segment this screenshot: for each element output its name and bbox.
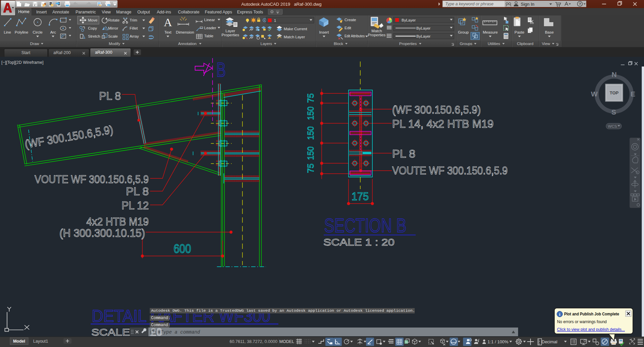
- svg-text:150: 150: [306, 106, 316, 120]
- svg-text:ByLayer: ByLayer: [402, 18, 416, 22]
- svg-text:i: i: [559, 312, 560, 317]
- svg-text:ByLayer: ByLayer: [416, 34, 430, 38]
- svg-text:SCALE 1 : 20: SCALE 1 : 20: [323, 236, 395, 248]
- svg-text:Properties: Properties: [222, 33, 239, 37]
- svg-text:150: 150: [306, 146, 316, 160]
- svg-text:Properties: Properties: [399, 42, 417, 46]
- svg-text:Edit Attributes: Edit Attributes: [344, 34, 365, 38]
- svg-text:(WF 300.150.6,5.9): (WF 300.150.6,5.9): [24, 123, 114, 150]
- svg-text:SECTION B: SECTION B: [324, 214, 406, 236]
- svg-text:Block: Block: [334, 42, 343, 46]
- svg-text:[−][Top][2D Wireframe]: [−][Top][2D Wireframe]: [1, 60, 43, 65]
- svg-text:600: 600: [174, 242, 191, 256]
- svg-text:Match Layer: Match Layer: [284, 35, 305, 39]
- svg-text:Decimal: Decimal: [542, 339, 557, 344]
- svg-text:Stretch: Stretch: [88, 34, 100, 38]
- svg-text:Match: Match: [371, 29, 382, 33]
- svg-text:PL 12: PL 12: [122, 199, 149, 212]
- svg-text:Layers: Layers: [261, 42, 272, 46]
- svg-text:175: 175: [352, 190, 369, 203]
- svg-text:Properties: Properties: [368, 33, 386, 37]
- svg-text:Polyline: Polyline: [15, 30, 28, 34]
- svg-text:Fillet: Fillet: [130, 26, 138, 30]
- svg-text:(H 300.300.10.15): (H 300.300.10.15): [59, 226, 145, 239]
- svg-text:Type a keyword or phrase: Type a keyword or phrase: [445, 2, 494, 6]
- svg-text:ByLayer: ByLayer: [416, 26, 430, 30]
- svg-text:Linear: Linear: [204, 18, 215, 22]
- svg-text:75: 75: [306, 93, 316, 103]
- svg-text:Arc: Arc: [50, 30, 56, 34]
- svg-text:PL 8: PL 8: [392, 147, 415, 160]
- svg-text:PL 14, 4x2 HTB M19: PL 14, 4x2 HTB M19: [392, 117, 494, 130]
- svg-text:A: A: [164, 16, 172, 29]
- svg-text:Table: Table: [204, 34, 214, 38]
- svg-text:PL 8: PL 8: [126, 185, 149, 198]
- svg-text:Sign In: Sign In: [521, 2, 534, 7]
- svg-text:Model: Model: [13, 339, 25, 344]
- svg-text:Insert: Insert: [319, 30, 329, 34]
- svg-text:1:1 / 100%: 1:1 / 100%: [488, 339, 509, 344]
- svg-text:E: E: [631, 90, 635, 98]
- svg-text:Groups: Groups: [460, 42, 472, 46]
- svg-text:Group: Group: [458, 30, 469, 34]
- svg-text:Rotate: Rotate: [108, 18, 120, 22]
- svg-text:Autodesk AutoCAD 2019 aRaf-3: Autodesk AutoCAD 2019 aRaf-300.dwg: [241, 2, 322, 7]
- svg-text:Type a command: Type a command: [160, 330, 200, 335]
- svg-text:VOUTE WF 300.150.6,5.9: VOUTE WF 300.150.6,5.9: [35, 173, 149, 185]
- svg-text:(WF 300.150.6,5.9): (WF 300.150.6,5.9): [392, 103, 481, 116]
- svg-text:Plot and Publish Job Complete: Plot and Publish Job Complete: [564, 312, 619, 316]
- svg-text:150: 150: [306, 126, 316, 140]
- svg-text:Text: Text: [164, 30, 172, 34]
- svg-text:75: 75: [306, 164, 316, 173]
- svg-text:B: B: [216, 58, 226, 81]
- svg-text:W: W: [591, 90, 598, 98]
- svg-text:No errors or warnings found: No errors or warnings found: [557, 319, 607, 324]
- svg-text:Circle: Circle: [33, 30, 42, 34]
- svg-text:S: S: [611, 108, 616, 116]
- svg-text:Dimension: Dimension: [176, 30, 194, 34]
- svg-text:Make Current: Make Current: [284, 27, 307, 31]
- svg-text:View: View: [542, 42, 550, 46]
- svg-text:Copy: Copy: [88, 26, 97, 30]
- svg-text:PL 8: PL 8: [99, 89, 121, 102]
- svg-text:Click to view plot and publish: Click to view plot and publish details..…: [557, 327, 625, 332]
- svg-text:Paste: Paste: [514, 30, 524, 34]
- svg-text:Clipboard: Clipboard: [517, 42, 533, 46]
- svg-text:Measure: Measure: [483, 30, 498, 34]
- svg-text:Scale: Scale: [108, 34, 118, 38]
- svg-text:WCS: WCS: [608, 124, 617, 128]
- svg-text:Utilities: Utilities: [488, 42, 500, 46]
- svg-text:N: N: [611, 71, 616, 78]
- svg-text:Move: Move: [88, 18, 97, 22]
- svg-text:VOUTE WF 300.150.6,5.9: VOUTE WF 300.150.6,5.9: [392, 164, 508, 177]
- svg-text:1: 1: [274, 18, 276, 23]
- svg-text:?: ?: [579, 2, 581, 6]
- svg-text:TOP: TOP: [610, 90, 619, 95]
- svg-text:MODEL: MODEL: [279, 339, 294, 344]
- svg-text:Edit: Edit: [344, 26, 352, 30]
- svg-text:Base: Base: [545, 30, 554, 34]
- svg-text:Annotation: Annotation: [178, 42, 197, 46]
- svg-text:Modify: Modify: [109, 42, 120, 46]
- svg-text:Layer: Layer: [226, 29, 235, 33]
- svg-text:Trim: Trim: [130, 18, 137, 22]
- svg-text:Create: Create: [344, 18, 356, 22]
- svg-text:Leader: Leader: [204, 26, 216, 30]
- svg-text:20: 20: [150, 328, 162, 336]
- svg-text:4x2 HTB M19: 4x2 HTB M19: [86, 215, 149, 228]
- svg-text:60.7611, 38.7272, 0.0000: 60.7611, 38.7272, 0.0000: [230, 339, 278, 344]
- svg-text:Array: Array: [130, 34, 139, 38]
- svg-text:Mirror: Mirror: [108, 26, 118, 30]
- svg-text:Layout1: Layout1: [33, 339, 48, 344]
- svg-text:Line: Line: [4, 30, 11, 34]
- svg-text:Draw: Draw: [30, 42, 40, 46]
